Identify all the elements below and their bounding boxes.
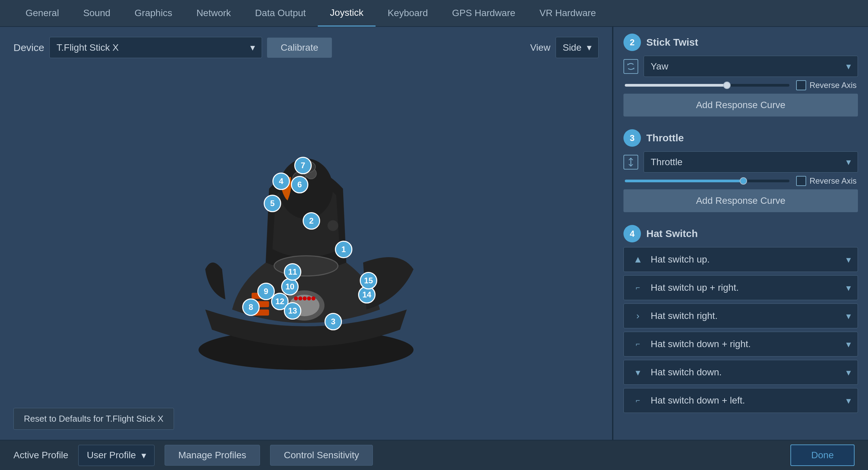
active-profile-label: Active Profile	[13, 450, 68, 461]
nav-joystick[interactable]: Joystick	[318, 0, 376, 27]
hat-down-left-chevron-icon: ▾	[846, 395, 851, 406]
throttle-reverse-axis-label[interactable]: Reverse Axis	[796, 176, 857, 186]
control-sensitivity-button[interactable]: Control Sensitivity	[270, 445, 373, 466]
bottom-bar: Active Profile User Profile ▾ Manage Pro…	[0, 440, 868, 470]
top-nav: General Sound Graphics Network Data Outp…	[0, 0, 868, 27]
svg-point-8	[298, 296, 302, 300]
left-panel: Device T.Flight Stick X ▾ Calibrate View…	[0, 27, 613, 440]
view-select[interactable]: Side ▾	[556, 37, 598, 58]
device-label: Device	[13, 42, 44, 54]
nav-keyboard[interactable]: Keyboard	[376, 0, 440, 27]
device-select[interactable]: T.Flight Stick X ▾	[50, 37, 262, 58]
stick-twist-header: 2 Stick Twist	[623, 34, 858, 51]
throttle-add-curve-button[interactable]: Add Response Curve	[623, 189, 858, 212]
hat-up-right-row[interactable]: ⌐ Hat switch up + right. ▾	[623, 275, 858, 300]
done-button[interactable]: Done	[790, 444, 855, 466]
joystick-image: 1 2 3 4 5 6 7 8 9 10 11 12 13 14 15	[172, 122, 440, 373]
nav-data-output[interactable]: Data Output	[243, 0, 318, 27]
hat-down-left-icon: ⌐	[630, 393, 645, 408]
hat-right-row[interactable]: › Hat switch right. ▾	[623, 303, 858, 328]
hat-right-icon: ›	[630, 308, 645, 323]
hat-down-left-row[interactable]: ⌐ Hat switch down + left. ▾	[623, 388, 858, 413]
reset-defaults-button[interactable]: Reset to Defaults for T.Flight Stick X	[13, 408, 174, 430]
stick-twist-reverse-checkbox[interactable]	[796, 80, 806, 90]
badge-15[interactable]: 15	[360, 272, 377, 290]
view-value: Side	[563, 42, 582, 53]
badge-2[interactable]: 2	[303, 212, 320, 230]
hat-down-right-icon: ⌐	[630, 337, 645, 351]
stick-twist-yaw-dropdown[interactable]: Yaw ▾	[644, 56, 858, 77]
hat-up-text: Hat switch up.	[651, 254, 846, 265]
hat-down-icon: ▾	[630, 365, 645, 380]
throttle-header: 3 Throttle	[623, 129, 858, 147]
view-chevron-icon: ▾	[587, 42, 592, 53]
badge-5[interactable]: 5	[264, 195, 281, 212]
stick-twist-reverse-axis-label[interactable]: Reverse Axis	[796, 80, 857, 90]
hat-down-right-chevron-icon: ▾	[846, 339, 851, 350]
throttle-reverse-checkbox[interactable]	[796, 176, 806, 186]
svg-point-11	[311, 296, 315, 300]
section-throttle: 3 Throttle Throttle ▾	[623, 129, 858, 215]
throttle-slider-track[interactable]	[625, 179, 789, 182]
nav-vr-hardware[interactable]: VR Hardware	[527, 0, 608, 27]
stick-twist-add-curve-button[interactable]: Add Response Curve	[623, 94, 858, 116]
svg-point-10	[307, 296, 311, 300]
badge-11[interactable]: 11	[284, 263, 301, 281]
hat-down-right-text: Hat switch down + right.	[651, 339, 846, 349]
stick-twist-reverse-axis-text: Reverse Axis	[810, 80, 857, 90]
hat-right-chevron-icon: ▾	[846, 310, 851, 322]
throttle-axis-icon	[623, 155, 638, 170]
throttle-value: Throttle	[651, 157, 846, 168]
nav-graphics[interactable]: Graphics	[123, 0, 184, 27]
joystick-area: 1 2 3 4 5 6 7 8 9 10 11 12 13 14 15	[13, 65, 598, 430]
profile-chevron-icon: ▾	[142, 450, 146, 461]
stick-twist-num: 2	[623, 34, 641, 51]
badge-10[interactable]: 10	[281, 278, 299, 295]
section-stick-twist: 2 Stick Twist Yaw ▾	[623, 34, 858, 119]
badge-8[interactable]: 8	[242, 298, 260, 316]
main-content: Device T.Flight Stick X ▾ Calibrate View…	[0, 27, 868, 440]
stick-twist-title: Stick Twist	[646, 37, 698, 48]
throttle-title: Throttle	[646, 132, 684, 144]
yaw-chevron-icon: ▾	[846, 61, 851, 72]
view-label: View	[530, 42, 550, 53]
hat-down-row[interactable]: ▾ Hat switch down. ▾	[623, 360, 858, 385]
svg-point-7	[294, 296, 298, 300]
badge-3[interactable]: 3	[324, 313, 342, 330]
hat-down-chevron-icon: ▾	[846, 367, 851, 378]
stick-twist-slider-track[interactable]	[625, 84, 789, 87]
throttle-chevron-icon: ▾	[846, 157, 851, 168]
nav-sound[interactable]: Sound	[71, 0, 123, 27]
stick-twist-axis-icon	[623, 59, 638, 74]
badge-13[interactable]: 13	[284, 302, 301, 320]
hat-down-text: Hat switch down.	[651, 367, 846, 378]
hat-up-row[interactable]: ▲ Hat switch up. ▾	[623, 247, 858, 272]
hat-up-right-text: Hat switch up + right.	[651, 282, 846, 293]
hat-switch-header: 4 Hat Switch	[623, 225, 858, 242]
badge-1[interactable]: 1	[335, 241, 352, 258]
badge-4[interactable]: 4	[272, 173, 290, 190]
profile-value: User Profile	[87, 450, 136, 461]
throttle-reverse-axis-text: Reverse Axis	[810, 176, 857, 186]
yaw-value: Yaw	[651, 61, 846, 72]
badge-6[interactable]: 6	[291, 176, 308, 193]
device-value: T.Flight Stick X	[56, 42, 119, 53]
device-view-row: Device T.Flight Stick X ▾ Calibrate View…	[13, 37, 598, 58]
hat-up-right-chevron-icon: ▾	[846, 282, 851, 294]
hat-switch-title: Hat Switch	[646, 228, 698, 239]
nav-general[interactable]: General	[13, 0, 71, 27]
calibrate-button[interactable]: Calibrate	[267, 38, 332, 58]
manage-profiles-button[interactable]: Manage Profiles	[164, 445, 260, 466]
hat-up-icon: ▲	[630, 252, 645, 267]
throttle-num: 3	[623, 129, 641, 147]
right-panel: 2 Stick Twist Yaw ▾	[613, 27, 868, 440]
throttle-slider-row: Reverse Axis	[623, 176, 858, 186]
nav-gps-hardware[interactable]: GPS Hardware	[440, 0, 527, 27]
throttle-dropdown[interactable]: Throttle ▾	[644, 152, 858, 173]
nav-network[interactable]: Network	[184, 0, 243, 27]
badge-7[interactable]: 7	[294, 157, 312, 174]
profile-select[interactable]: User Profile ▾	[78, 445, 154, 466]
hat-down-right-row[interactable]: ⌐ Hat switch down + right. ▾	[623, 332, 858, 357]
hat-right-text: Hat switch right.	[651, 310, 846, 321]
section-hat-switch: 4 Hat Switch ▲ Hat switch up. ▾ ⌐ Hat sw…	[623, 225, 858, 413]
